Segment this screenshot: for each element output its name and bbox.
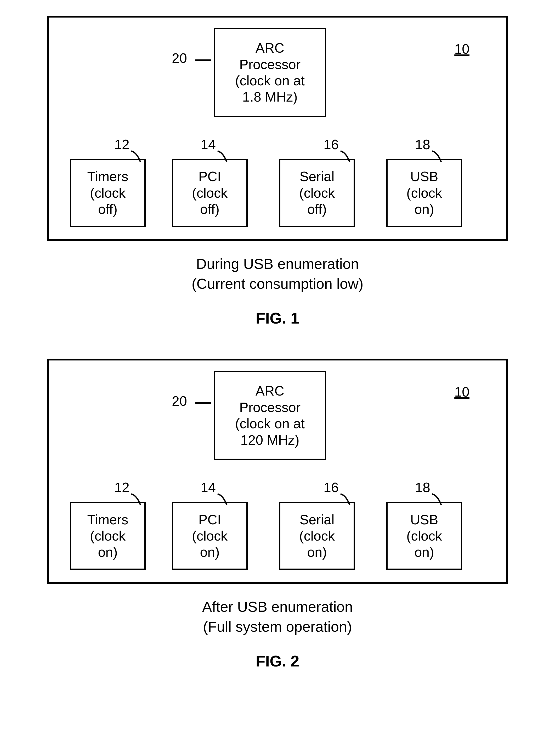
timers-box-2: Timers (clock on) (70, 502, 146, 570)
b24-l1: USB (410, 512, 438, 528)
b23-l3: on) (307, 544, 327, 560)
b21-l1: Timers (87, 512, 128, 528)
ref-main: 10 (454, 41, 469, 57)
caption-1-l1: During USB enumeration (47, 254, 508, 274)
b3-l1: Serial (300, 168, 335, 185)
b22-l2: (clock (192, 528, 227, 544)
b2-l3: off) (200, 201, 219, 217)
ref-b4: 18 (415, 137, 430, 152)
ref-main-2: 10 (454, 384, 469, 400)
processor-box-2: ARC Processor (clock on at 120 MHz) (214, 371, 326, 460)
b23-l1: Serial (300, 512, 335, 528)
caption-1: During USB enumeration (Current consumpt… (47, 254, 508, 293)
ref-b1: 12 (114, 137, 129, 152)
b4-l3: on) (414, 201, 434, 217)
proc2-l2: Processor (239, 399, 301, 415)
b22-l1: PCI (199, 512, 221, 528)
ref-b21: 12 (114, 480, 129, 495)
b22-l3: on) (200, 544, 219, 560)
pci-box: PCI (clock off) (172, 159, 248, 227)
page: 10 ARC Processor (clock on at 1.8 MHz) 2… (0, 0, 555, 756)
proc-l3: (clock on at (235, 73, 305, 89)
proc2-l1: ARC (256, 383, 284, 399)
figure-2: 10 ARC Processor (clock on at 120 MHz) 2… (47, 359, 508, 670)
b1-l3: off) (98, 201, 118, 217)
serial-box-2: Serial (clock on) (279, 502, 355, 570)
b1-l1: Timers (87, 168, 128, 185)
proc-l4: 1.8 MHz) (243, 89, 298, 105)
ref-b23: 16 (324, 480, 339, 495)
b24-l2: (clock (407, 528, 442, 544)
b2-l1: PCI (199, 168, 221, 185)
proc2-l3: (clock on at (235, 415, 305, 432)
serial-box: Serial (clock off) (279, 159, 355, 227)
pci-box-2: PCI (clock on) (172, 502, 248, 570)
usb-box: USB (clock on) (386, 159, 462, 227)
b23-l2: (clock (299, 528, 335, 544)
b1-l2: (clock (90, 185, 126, 201)
ref-proc: 20 (172, 50, 187, 66)
ref-b24: 18 (415, 480, 430, 495)
b4-l2: (clock (407, 185, 442, 201)
diagram-frame-2: 10 ARC Processor (clock on at 120 MHz) 2… (47, 359, 508, 584)
lead-line-icon (196, 402, 211, 404)
usb-box-2: USB (clock on) (386, 502, 462, 570)
caption-1-l2: (Current consumption low) (47, 274, 508, 294)
b4-l1: USB (410, 168, 438, 185)
ref-b22: 14 (201, 480, 216, 495)
b3-l3: off) (307, 201, 327, 217)
b2-l2: (clock (192, 185, 227, 201)
fig-label-1: FIG. 1 (47, 309, 508, 327)
ref-b3: 16 (324, 137, 339, 152)
b21-l2: (clock (90, 528, 126, 544)
timers-box: Timers (clock off) (70, 159, 146, 227)
ref-proc-2: 20 (172, 393, 187, 409)
proc-l2: Processor (239, 56, 301, 73)
processor-box: ARC Processor (clock on at 1.8 MHz) (214, 28, 326, 117)
b24-l3: on) (414, 544, 434, 560)
caption-2-l1: After USB enumeration (47, 597, 508, 617)
proc2-l4: 120 MHz) (240, 432, 299, 448)
proc-l1: ARC (256, 40, 284, 56)
lead-line-icon (196, 59, 211, 61)
b21-l3: on) (98, 544, 118, 560)
caption-2: After USB enumeration (Full system opera… (47, 597, 508, 636)
ref-b2: 14 (201, 137, 216, 152)
caption-2-l2: (Full system operation) (47, 617, 508, 637)
diagram-frame-1: 10 ARC Processor (clock on at 1.8 MHz) 2… (47, 16, 508, 241)
fig-label-2: FIG. 2 (47, 652, 508, 670)
figure-1: 10 ARC Processor (clock on at 1.8 MHz) 2… (47, 16, 508, 327)
b3-l2: (clock (299, 185, 335, 201)
